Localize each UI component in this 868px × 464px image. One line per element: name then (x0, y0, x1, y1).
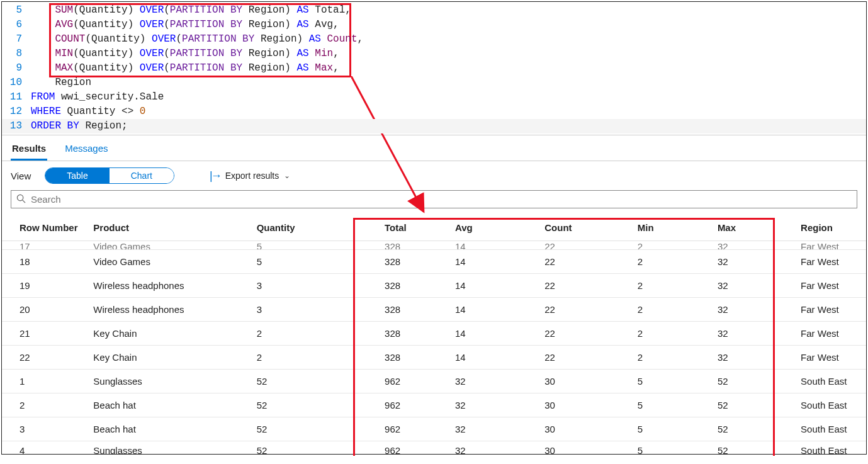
table-cell: 32 (450, 417, 539, 441)
code-line[interactable]: 11FROM wwi_security.Sale (2, 90, 866, 105)
column-header[interactable]: Product (88, 212, 251, 241)
column-header[interactable]: Quantity (252, 212, 380, 241)
table-cell: 14 (450, 241, 539, 250)
code-line[interactable]: 8 MIN(Quantity) OVER(PARTITION BY Region… (2, 47, 866, 61)
code-line[interactable]: 6 AVG(Quantity) OVER(PARTITION BY Region… (2, 18, 866, 32)
table-cell: 4 (2, 441, 88, 455)
column-header[interactable]: Region (796, 212, 866, 241)
table-cell: 17 (2, 241, 88, 250)
table-cell: 19 (2, 274, 88, 298)
table-cell: 22 (539, 298, 632, 322)
tab-messages[interactable]: Messages (64, 140, 109, 161)
table-cell: Far West (796, 322, 866, 346)
search-input[interactable] (30, 193, 852, 205)
code-line[interactable]: 10 Region (2, 76, 866, 90)
table-cell: South East (796, 417, 866, 441)
results-table: Row NumberProductQuantityTotalAvgCountMi… (2, 212, 866, 454)
code-content[interactable]: SUM(Quantity) OVER(PARTITION BY Region) … (31, 3, 866, 18)
column-header[interactable]: Count (539, 212, 632, 241)
table-row[interactable]: 20Wireless headphones33281422232Far West (2, 298, 866, 322)
table-cell: 962 (380, 393, 450, 417)
column-header[interactable]: Avg (450, 212, 539, 241)
table-cell: 962 (380, 370, 450, 393)
column-header[interactable]: Min (633, 212, 713, 241)
table-cell: 22 (2, 346, 88, 370)
code-content[interactable]: ORDER BY Region; (31, 119, 866, 133)
table-cell: 14 (450, 346, 539, 370)
table-cell: Wireless headphones (88, 298, 251, 322)
export-icon: |→ (210, 169, 220, 183)
table-header-row: Row NumberProductQuantityTotalAvgCountMi… (2, 212, 866, 241)
view-label: View (11, 171, 31, 181)
code-content[interactable]: FROM wwi_security.Sale (31, 90, 866, 105)
table-cell: 2 (633, 298, 713, 322)
table-cell: 20 (2, 298, 88, 322)
sql-editor[interactable]: 5 SUM(Quantity) OVER(PARTITION BY Region… (2, 2, 866, 135)
table-cell: 22 (539, 241, 632, 250)
table-cell: Sunglasses (88, 370, 251, 393)
code-line[interactable]: 9 MAX(Quantity) OVER(PARTITION BY Region… (2, 61, 866, 76)
line-number: 13 (2, 119, 31, 133)
table-cell: 3 (2, 417, 88, 441)
results-toolbar: View Table Chart |→ Export results ⌄ (2, 161, 866, 190)
table-row[interactable]: 21Key Chain23281422232Far West (2, 322, 866, 346)
table-cell: 5 (252, 241, 380, 250)
table-cell: 14 (450, 250, 539, 274)
table-cell: 52 (252, 441, 380, 455)
table-row[interactable]: 1Sunglasses529623230552South East (2, 370, 866, 393)
table-cell: 30 (539, 370, 632, 393)
table-cell: 32 (450, 393, 539, 417)
line-number: 11 (2, 90, 31, 105)
table-cell: 22 (539, 274, 632, 298)
tab-results[interactable]: Results (11, 140, 47, 161)
table-cell: 3 (252, 298, 380, 322)
table-row[interactable]: 2Beach hat529623230552South East (2, 393, 866, 417)
table-cell: 32 (713, 274, 796, 298)
table-row[interactable]: 22Key Chain23281422232Far West (2, 346, 866, 370)
code-line[interactable]: 5 SUM(Quantity) OVER(PARTITION BY Region… (2, 3, 866, 18)
column-header[interactable]: Total (380, 212, 450, 241)
code-content[interactable]: AVG(Quantity) OVER(PARTITION BY Region) … (31, 18, 866, 32)
code-line[interactable]: 7 COUNT(Quantity) OVER(PARTITION BY Regi… (2, 32, 866, 47)
code-content[interactable]: WHERE Quantity <> 0 (31, 105, 866, 119)
svg-point-1 (17, 195, 23, 200)
view-toggle-chart[interactable]: Chart (110, 168, 174, 183)
table-row[interactable]: 3Beach hat529623230552South East (2, 417, 866, 441)
table-cell: 2 (633, 241, 713, 250)
code-content[interactable]: MAX(Quantity) OVER(PARTITION BY Region) … (31, 61, 866, 76)
table-cell: 32 (450, 370, 539, 393)
table-cell: Key Chain (88, 322, 251, 346)
table-cell: 22 (539, 250, 632, 274)
table-cell: 1 (2, 370, 88, 393)
table-row[interactable]: 18Video Games53281422232Far West (2, 250, 866, 274)
table-cell: Far West (796, 346, 866, 370)
code-content[interactable]: COUNT(Quantity) OVER(PARTITION BY Region… (31, 32, 866, 47)
table-cell: 2 (633, 346, 713, 370)
table-cell: South East (796, 441, 866, 455)
table-cell: 2 (633, 274, 713, 298)
table-row[interactable]: 19Wireless headphones33281422232Far West (2, 274, 866, 298)
column-header[interactable]: Max (713, 212, 796, 241)
line-number: 6 (2, 18, 31, 32)
table-cell: 32 (713, 298, 796, 322)
table-cell: 328 (380, 241, 450, 250)
table-cell: 52 (252, 393, 380, 417)
code-content[interactable]: MIN(Quantity) OVER(PARTITION BY Region) … (31, 47, 866, 61)
export-label: Export results (225, 171, 279, 181)
chevron-down-icon: ⌄ (284, 171, 290, 180)
column-header[interactable]: Row Number (2, 212, 88, 241)
table-cell: Sunglasses (88, 441, 251, 455)
table-cell: 32 (450, 441, 539, 455)
table-cell: 962 (380, 417, 450, 441)
table-row[interactable]: 17Video Games53281422232Far West (2, 241, 866, 250)
table-row[interactable]: 4Sunglasses529623230552South East (2, 441, 866, 455)
code-line[interactable]: 13ORDER BY Region; (2, 119, 866, 133)
code-content[interactable]: Region (31, 76, 866, 90)
code-line[interactable]: 12WHERE Quantity <> 0 (2, 105, 866, 119)
table-cell: 30 (539, 441, 632, 455)
export-results-button[interactable]: |→ Export results ⌄ (210, 169, 290, 183)
results-tabs: Results Messages (2, 135, 866, 161)
table-cell: 52 (713, 370, 796, 393)
view-toggle-table[interactable]: Table (45, 168, 109, 183)
table-cell: Video Games (88, 250, 251, 274)
